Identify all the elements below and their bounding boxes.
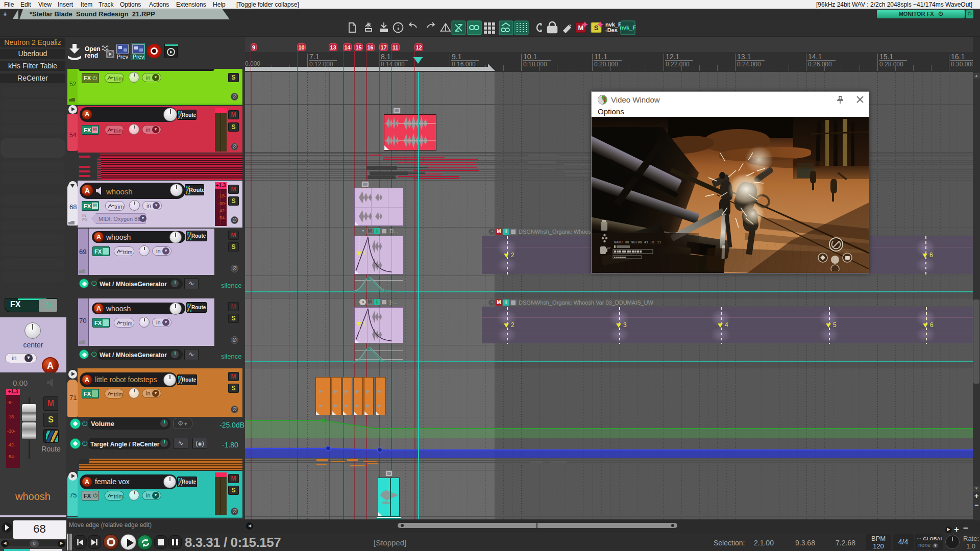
svg-text:-Des: -Des (605, 27, 618, 33)
svg-text:S: S (594, 24, 599, 32)
svg-text:Open: Open (85, 45, 101, 53)
svg-text:NANO 88 98/98 41 31 11: NANO 88 98/98 41 31 11 (614, 240, 661, 244)
svg-text:M: M (578, 24, 584, 32)
svg-text:nvk_F: nvk_F (620, 24, 636, 31)
svg-text:rend: rend (85, 52, 98, 59)
svg-text:HP: HP (607, 246, 611, 250)
